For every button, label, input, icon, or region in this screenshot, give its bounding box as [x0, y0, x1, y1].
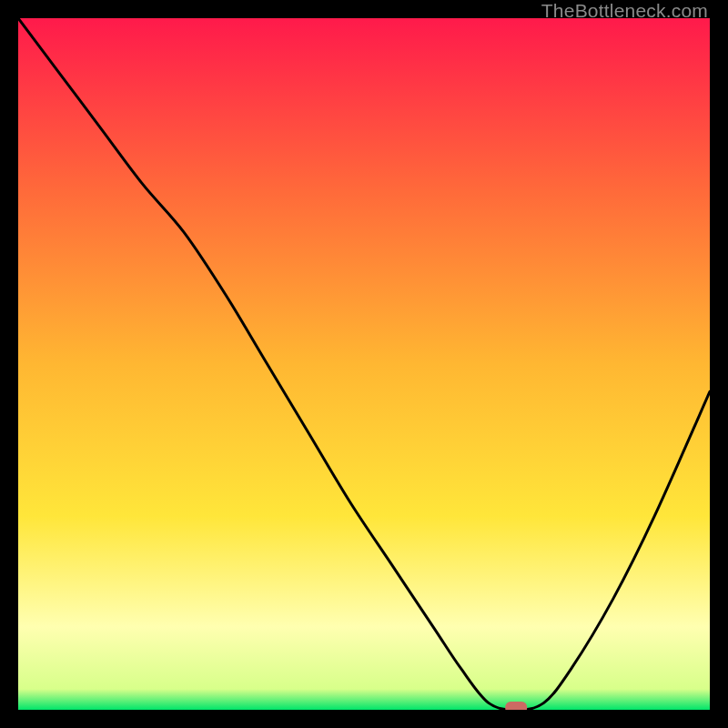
chart-frame — [18, 18, 710, 710]
bottleneck-plot — [18, 18, 710, 710]
optimal-marker — [505, 702, 527, 710]
gradient-background — [18, 18, 710, 710]
watermark-text: TheBottleneck.com — [541, 0, 708, 22]
